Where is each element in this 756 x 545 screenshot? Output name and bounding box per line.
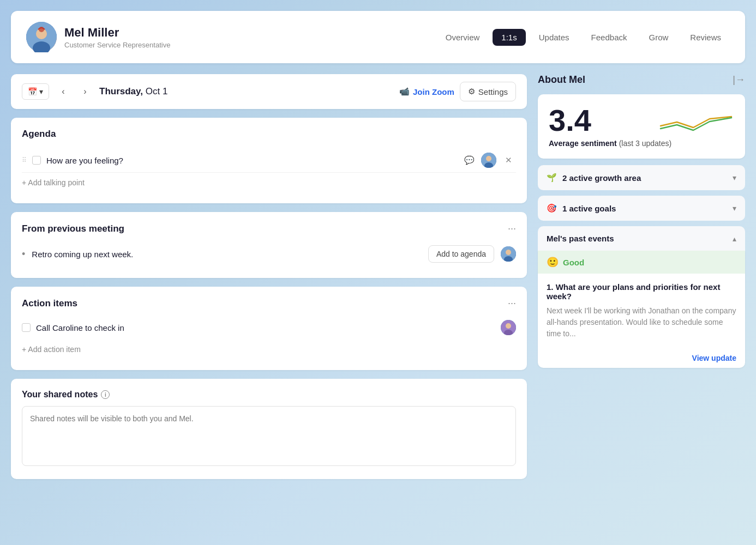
tab-reviews[interactable]: Reviews (681, 29, 730, 46)
action-items-more-button[interactable]: ··· (508, 298, 516, 309)
tab-feedback[interactable]: Feedback (583, 29, 636, 46)
right-panel-header: About Mel |→ (538, 74, 745, 86)
past-events-chevron-icon: ▴ (733, 234, 736, 243)
shared-notes-textarea[interactable] (22, 406, 516, 466)
calendar-dropdown-icon: ▾ (39, 87, 43, 96)
add-to-agenda-button[interactable]: Add to agenda (428, 245, 494, 263)
action-items-title: Action items (22, 298, 77, 309)
past-events-header[interactable]: Mel's past events ▴ (538, 226, 745, 251)
talking-point-row: ⠿ How are you feeling? 💬 (22, 148, 516, 173)
action-item-checkbox[interactable] (22, 323, 31, 332)
action-items-header: Action items ··· (22, 298, 516, 309)
growth-area-left: 🌱 2 active growth area (547, 173, 641, 183)
growth-area-accordion[interactable]: 🌱 2 active growth area ▾ (538, 165, 745, 190)
main-navigation: Overview 1:1s Updates Feedback Grow Revi… (437, 29, 730, 46)
shared-notes-label: Your shared notes i (22, 390, 516, 399)
talking-point-checkbox[interactable] (32, 156, 41, 165)
prev-meeting-title: From previous meeting (22, 223, 124, 234)
agenda-title: Agenda (22, 129, 516, 140)
sentiment-label: Average sentiment (last 3 updates) (549, 139, 734, 148)
zoom-camera-icon: 📹 (399, 87, 410, 96)
svg-point-11 (506, 323, 511, 329)
mood-emoji: 🙂 (547, 256, 559, 268)
action-item-row: Call Caroline to check in (22, 316, 516, 340)
info-icon: i (101, 390, 110, 399)
prev-item-text: Retro coming up next week. (32, 250, 422, 259)
sentiment-chart (658, 107, 734, 134)
svg-point-5 (486, 156, 491, 161)
past-events-title: Mel's past events (547, 234, 614, 243)
talking-point-actions: 💬 ✕ (461, 153, 516, 168)
prev-item-avatar (501, 246, 516, 262)
growth-area-label: 2 active growth area (562, 173, 641, 183)
view-update-button[interactable]: View update (538, 348, 745, 368)
user-info: Mel Miller Customer Service Representati… (26, 22, 170, 52)
tab-grow[interactable]: Grow (640, 29, 677, 46)
prev-date-button[interactable]: ‹ (56, 84, 71, 99)
user-role: Customer Service Representative (64, 41, 170, 49)
tab-updates[interactable]: Updates (530, 29, 578, 46)
left-panel: 📅 ▾ ‹ › Thursday, Oct 1 📹 Join Zoom ⚙ Se… (11, 74, 527, 488)
previous-meeting-section: From previous meeting ··· • Retro coming… (11, 212, 527, 278)
action-items-section: Action items ··· Call Caroline to check … (11, 287, 527, 370)
agenda-section: Agenda ⠿ How are you feeling? 💬 (11, 118, 527, 203)
date-bar: 📅 ▾ ‹ › Thursday, Oct 1 📹 Join Zoom ⚙ Se… (11, 74, 527, 109)
main-content: 📅 ▾ ‹ › Thursday, Oct 1 📹 Join Zoom ⚙ Se… (11, 74, 745, 488)
next-date-button[interactable]: › (77, 84, 93, 99)
shared-notes-section: Your shared notes i (11, 379, 527, 479)
talking-point-avatar (481, 153, 496, 168)
event-content: 1. What are your plans and priorities fo… (538, 274, 745, 348)
growth-icon: 🌱 (547, 173, 557, 183)
tab-ones[interactable]: 1:1s (493, 29, 525, 46)
prev-meeting-more-button[interactable]: ··· (508, 223, 516, 234)
expand-panel-button[interactable]: |→ (733, 74, 745, 86)
header-card: Mel Miller Customer Service Representati… (11, 11, 745, 63)
prev-meeting-header: From previous meeting ··· (22, 223, 516, 234)
settings-gear-icon: ⚙ (468, 87, 475, 96)
active-goals-label: 1 active goals (562, 204, 616, 213)
avatar (26, 22, 57, 52)
active-goals-chevron-icon: ▾ (733, 204, 736, 213)
add-action-item[interactable]: + Add action item (22, 340, 516, 359)
settings-button[interactable]: ⚙ Settings (460, 82, 516, 101)
active-goals-left: 🎯 1 active goals (547, 203, 616, 213)
action-item-text: Call Caroline to check in (36, 323, 495, 332)
calendar-button[interactable]: 📅 ▾ (22, 83, 49, 100)
close-button[interactable]: ✕ (501, 153, 516, 168)
drag-handle-icon[interactable]: ⠿ (22, 156, 27, 164)
action-item-avatar (501, 320, 516, 335)
tab-overview[interactable]: Overview (437, 29, 489, 46)
active-goals-accordion[interactable]: 🎯 1 active goals ▾ (538, 196, 745, 221)
goals-icon: 🎯 (547, 203, 557, 213)
add-talking-point[interactable]: + Add talking point (22, 173, 516, 192)
mood-label: Good (563, 258, 584, 267)
past-events-section: Mel's past events ▴ 🙂 Good 1. What are y… (538, 226, 745, 368)
date-navigation: 📅 ▾ ‹ › Thursday, Oct 1 (22, 83, 167, 100)
past-events-body: 🙂 Good 1. What are your plans and priori… (538, 251, 745, 368)
sentiment-row: 3.4 (549, 105, 734, 136)
user-name: Mel Miller (64, 26, 170, 40)
close-icon: ✕ (505, 155, 512, 165)
growth-area-chevron-icon: ▾ (733, 173, 736, 182)
comment-button[interactable]: 💬 (461, 153, 477, 168)
bullet-icon: • (22, 249, 25, 260)
add-talking-point-label: + Add talking point (22, 178, 85, 187)
event-question: 1. What are your plans and priorities fo… (547, 282, 736, 301)
about-title: About Mel (538, 74, 585, 86)
join-zoom-button[interactable]: 📹 Join Zoom (399, 87, 454, 96)
right-panel: About Mel |→ 3.4 Average sentiment (last… (538, 74, 745, 368)
talking-point-text: How are you feeling? (46, 156, 456, 165)
user-text-group: Mel Miller Customer Service Representati… (64, 26, 170, 49)
date-actions: 📹 Join Zoom ⚙ Settings (399, 82, 516, 101)
date-display: Thursday, Oct 1 (99, 86, 167, 97)
sentiment-score: 3.4 (549, 105, 591, 136)
calendar-icon: 📅 (28, 87, 37, 96)
sentiment-card: 3.4 Average sentiment (last 3 updates) (538, 94, 745, 159)
add-action-item-label: + Add action item (22, 345, 81, 354)
event-mood: 🙂 Good (538, 251, 745, 274)
svg-point-8 (506, 250, 511, 255)
comment-icon: 💬 (464, 155, 475, 165)
event-answer: Next week I'll be working with Jonathan … (547, 305, 736, 340)
prev-meeting-item: • Retro coming up next week. Add to agen… (22, 241, 516, 267)
